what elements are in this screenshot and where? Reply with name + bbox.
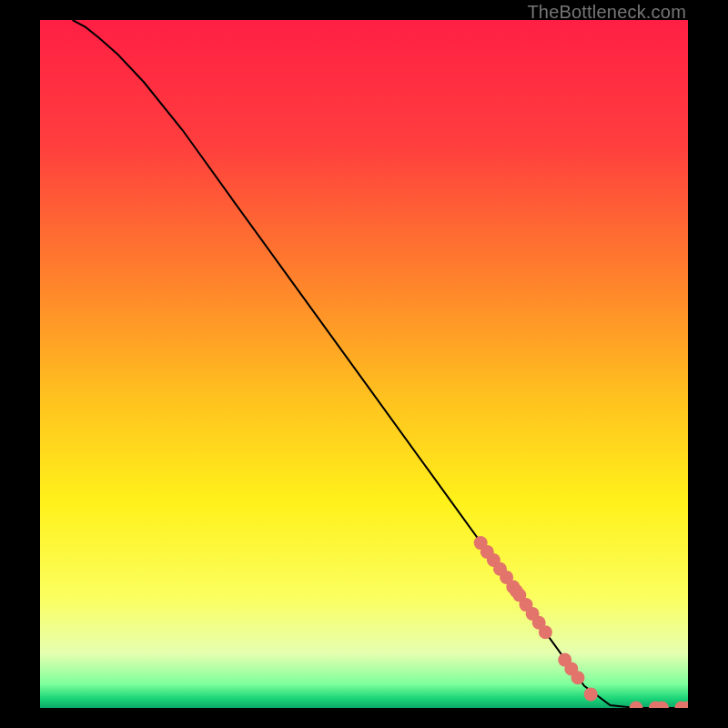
- heat-background: [40, 20, 688, 708]
- data-marker: [584, 687, 598, 701]
- data-marker: [571, 671, 585, 684]
- plot-area: [40, 20, 688, 708]
- chart-container: TheBottleneck.com: [0, 0, 728, 728]
- data-marker: [539, 625, 552, 639]
- chart-svg: [40, 20, 688, 708]
